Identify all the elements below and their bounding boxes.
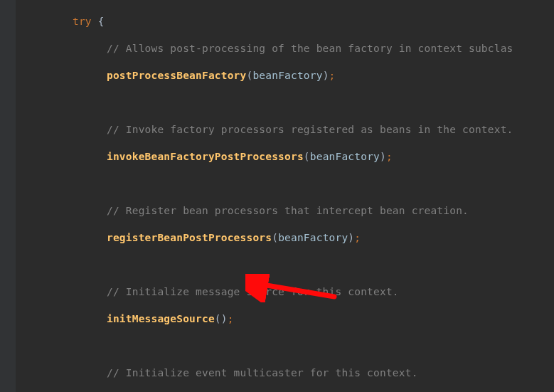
code-line: // Register bean processors that interce… xyxy=(16,204,554,218)
identifier: beanFactory xyxy=(310,151,380,162)
code-line: // Allows post-processing of the bean fa… xyxy=(16,42,554,55)
keyword-try: try xyxy=(73,16,92,27)
fn-call: invokeBeanFactoryPostProcessors xyxy=(107,151,304,162)
identifier: beanFactory xyxy=(252,70,322,81)
code-line: registerBeanPostProcessors(beanFactory); xyxy=(16,231,554,245)
editor-gutter xyxy=(0,0,16,392)
code-line: // Invoke factory processors registered … xyxy=(16,123,554,137)
fn-call: postProcessBeanFactory xyxy=(107,70,246,81)
open-brace: { xyxy=(92,16,105,27)
fn-call: initMessageSource xyxy=(107,313,215,324)
comment: // Allows post-processing of the bean fa… xyxy=(107,43,513,54)
code-line: postProcessBeanFactory(beanFactory); xyxy=(16,69,554,83)
code-editor-viewport[interactable]: try { // Allows post-processing of the b… xyxy=(16,0,554,392)
code-line: try { xyxy=(16,15,554,28)
fn-call: registerBeanPostProcessors xyxy=(107,232,272,243)
comment: // Initialize event multicaster for this… xyxy=(107,367,418,378)
comment: // Invoke factory processors registered … xyxy=(107,124,513,135)
identifier: beanFactory xyxy=(278,232,348,243)
code-line: // Initialize event multicaster for this… xyxy=(16,366,554,380)
code-line: initMessageSource(); xyxy=(16,312,554,326)
code-line: // Initialize message source for this co… xyxy=(16,285,554,299)
comment: // Register bean processors that interce… xyxy=(107,205,469,216)
comment: // Initialize message source for this co… xyxy=(107,286,399,297)
code-line: invokeBeanFactoryPostProcessors(beanFact… xyxy=(16,150,554,164)
